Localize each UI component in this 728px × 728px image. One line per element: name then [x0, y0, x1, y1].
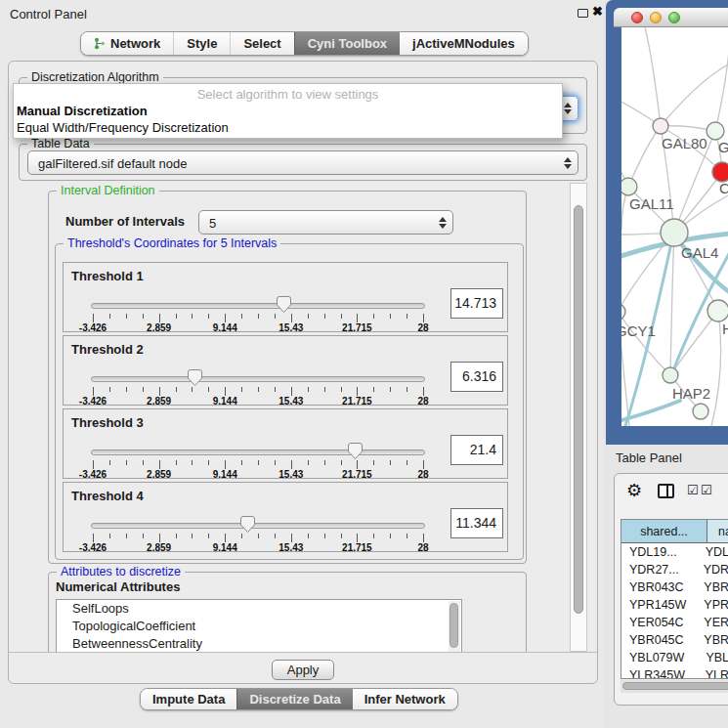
node-label: GAL11 — [629, 195, 674, 212]
close-icon[interactable]: ✖ — [592, 4, 603, 19]
node-hap2[interactable] — [663, 367, 678, 383]
table-panel: ⚙ ☑ ☑ shared... na YDL19...YDL1YDR27...Y… — [614, 473, 728, 706]
slider-track[interactable] — [91, 303, 425, 309]
table-row[interactable]: YBR043CYBR0 — [621, 578, 728, 596]
node-label: GA — [718, 139, 728, 155]
checkbox-icon[interactable]: ☑ — [701, 483, 712, 497]
node-gal80[interactable] — [653, 118, 668, 134]
scrollbar-thumb[interactable] — [574, 205, 583, 614]
zoom-traffic-light[interactable] — [668, 12, 680, 23]
node-h[interactable] — [707, 300, 728, 321]
tab-label: jActiveMNodules — [412, 36, 515, 51]
node-attribute-table: shared... na YDL19...YDL1YDR27...YDR2YBR… — [621, 519, 728, 679]
tab-discretize-data[interactable]: Discretize Data — [236, 689, 352, 709]
table-row[interactable]: YER054CYER0 — [621, 614, 728, 631]
slider-track[interactable] — [91, 450, 425, 455]
node-gal4[interactable] — [661, 219, 688, 246]
checkbox-icon[interactable]: ☑ — [687, 483, 699, 497]
apply-button[interactable]: Apply — [272, 660, 334, 680]
tab-label: Impute Data — [152, 692, 225, 707]
table-row[interactable]: YBR045CYBR0 — [621, 631, 728, 649]
table-row[interactable]: YDL19...YDL1 — [621, 543, 728, 561]
tab-label: Cyni Toolbox — [308, 36, 387, 51]
network-window-titlebar[interactable] — [614, 8, 728, 27]
table-data-group: Table Data galFiltered.sif default node — [19, 144, 587, 181]
threshold-value-field[interactable]: 6.316 — [450, 362, 503, 392]
number-of-intervals-combobox[interactable]: 5 — [198, 210, 453, 235]
slider-track[interactable] — [91, 376, 425, 382]
table-row[interactable]: YLR345WYLR3 — [621, 666, 728, 679]
number-of-intervals-value: 5 — [209, 215, 216, 230]
panel-title: Control Panel — [10, 7, 87, 21]
attributes-group-label: Attributes to discretize — [57, 565, 185, 578]
table-row[interactable]: YBL079WYBL0 — [621, 649, 728, 666]
slider-thumb[interactable] — [348, 443, 363, 459]
tab-label: Style — [187, 36, 217, 51]
node-red[interactable] — [712, 162, 728, 182]
table-row[interactable]: YDR27...YDR2 — [621, 561, 728, 578]
horizontal-scrollbar[interactable] — [621, 680, 728, 693]
attributes-list: SelfLoops TopologicalCoefficient Between… — [56, 599, 462, 652]
list-item[interactable]: BetweennessCentrality — [57, 635, 461, 652]
minimize-traffic-light[interactable] — [650, 12, 662, 23]
tab-impute-data[interactable]: Impute Data — [141, 689, 236, 709]
threshold-label: Threshold 1 — [71, 269, 144, 283]
tab-network[interactable]: Network — [81, 32, 173, 55]
table-data-value: galFiltered.sif default node — [38, 155, 187, 170]
column-header-shared[interactable]: shared... — [621, 520, 707, 542]
list-item[interactable]: TopologicalCoefficient — [57, 618, 461, 635]
node-label: GAL4 — [681, 244, 718, 261]
table-header-row: shared... na — [621, 520, 728, 543]
tab-select[interactable]: Select — [230, 32, 293, 55]
thresholds-group-label: Threshold's Coordinates for 5 Intervals — [64, 236, 280, 250]
tab-style[interactable]: Style — [173, 32, 230, 55]
threshold-panel: Threshold 3 -3.4262.8599.14415.4321.7152… — [63, 408, 508, 479]
algorithm-option-equal-width[interactable]: Equal Width/Frequency Discretization — [17, 120, 229, 135]
list-scrollbar[interactable] — [449, 601, 460, 652]
scrollbar-thumb[interactable] — [622, 682, 728, 690]
float-window-icon[interactable] — [578, 9, 588, 18]
table-row[interactable]: YPR145WYPR1 — [621, 596, 728, 614]
threshold-panel: Threshold 1 -3.4262.8599.14415.4321.7152… — [63, 262, 508, 332]
threshold-value-field[interactable]: 11.344 — [450, 508, 503, 538]
gear-icon[interactable]: ⚙ — [626, 480, 642, 501]
tab-cyni-toolbox[interactable]: Cyni Toolbox — [294, 32, 400, 55]
threshold-panel: Threshold 4 -3.4262.8599.14415.4321.7152… — [63, 482, 508, 552]
threshold-label: Threshold 2 — [71, 342, 144, 357]
numerical-attributes-label: Numerical Attributes — [56, 579, 180, 594]
slider-thumb[interactable] — [188, 369, 202, 386]
network-canvas[interactable]: GAL80GACGAL11GAL4GCY1HHAP2 — [621, 27, 728, 426]
threshold-label: Threshold 4 — [71, 489, 144, 503]
node-gcy1[interactable] — [621, 304, 625, 320]
slider-tick-labels: -3.4262.8599.14415.4321.71528 — [64, 396, 507, 407]
combo-arrows-icon — [439, 217, 447, 229]
table-panel-title: Table Panel — [616, 450, 682, 465]
top-tab-bar: Network Style Select Cyni Toolbox jActiv… — [80, 31, 529, 56]
table-data-group-label: Table Data — [27, 137, 94, 150]
cyni-toolbox-panel: Discretization Algorithm Select algorith… — [8, 61, 598, 684]
split-column-icon[interactable] — [658, 484, 674, 498]
column-header-name[interactable]: na — [707, 520, 728, 542]
thresholds-group: Threshold's Coordinates for 5 Intervals … — [55, 243, 524, 560]
slider-track[interactable] — [91, 523, 425, 529]
list-item[interactable]: SelfLoops — [57, 600, 461, 618]
slider-thumb[interactable] — [277, 296, 291, 313]
network-icon — [94, 37, 106, 50]
slider-thumb[interactable] — [240, 516, 255, 533]
table-data-combobox[interactable]: galFiltered.sif default node — [27, 150, 578, 175]
threshold-panel: Threshold 2 -3.4262.8599.14415.4321.7152… — [63, 335, 508, 406]
close-traffic-light[interactable] — [631, 12, 643, 23]
node-bottom[interactable] — [693, 404, 708, 419]
node-top-right[interactable] — [707, 122, 724, 140]
vertical-scrollbar[interactable] — [570, 183, 587, 652]
slider-tick-labels: -3.4262.8599.14415.4321.71528 — [64, 322, 507, 333]
node-label: HAP2 — [672, 385, 710, 402]
tab-jactivemnodules[interactable]: jActiveMNodules — [400, 32, 528, 55]
tab-infer-network[interactable]: Infer Network — [353, 689, 457, 709]
settings-viewport: Interval Definition Number of Intervals … — [13, 183, 570, 652]
threshold-label: Threshold 3 — [71, 415, 144, 430]
threshold-value-field[interactable]: 21.4 — [450, 435, 503, 465]
node-gal11[interactable] — [621, 178, 637, 195]
threshold-value-field[interactable]: 14.713 — [450, 288, 503, 319]
algorithm-option-manual[interactable]: Manual Discretization — [17, 104, 148, 118]
